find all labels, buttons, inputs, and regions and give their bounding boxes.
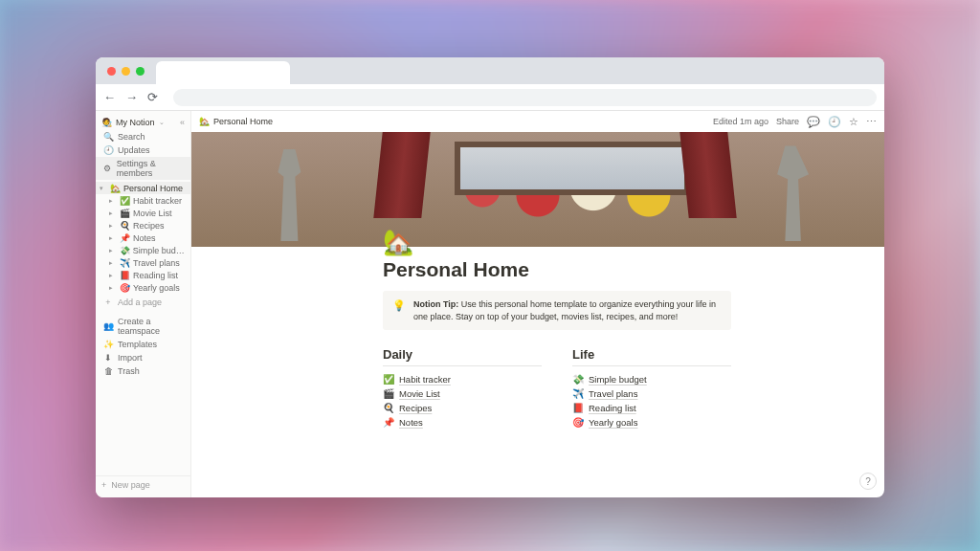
caret-right-icon[interactable]: ▸ [109,259,117,267]
sidebar-trash[interactable]: 🗑 Trash [96,364,190,378]
page-link-label: Movie List [399,388,440,399]
caret-down-icon[interactable]: ▾ [100,185,107,192]
main-area: 🏡 Personal Home Edited 1m ago Share 💬 🕘 … [191,111,884,497]
breadcrumb[interactable]: 🏡 Personal Home [199,117,273,126]
forward-button[interactable]: → [125,90,138,104]
sidebar-updates-label: Updates [118,145,150,155]
minimize-window-button[interactable] [122,67,130,76]
page-link-icon: ✅ [383,374,394,385]
tree-item[interactable]: ▸📌Notes [96,231,190,244]
page-icon: 📌 [120,233,130,243]
page-link-label: Recipes [399,403,432,413]
tree-item[interactable]: ▸🍳Recipes [96,219,190,231]
page-link[interactable]: 🍳Recipes [383,401,542,415]
browser-window: ← → ⟳ 🧑‍🎨 My Notion ⌄ « 🔍 Search 🕘 Updat… [96,57,884,497]
trash-icon: 🗑 [103,366,113,376]
tree-root-personal-home[interactable]: ▾ 🏡 Personal Home [96,182,190,194]
tree-item-label: Simple budget [133,246,187,255]
page-link-icon: 💸 [572,374,584,385]
sidebar-import[interactable]: ⬇ Import [96,351,190,364]
sidebar-settings-label: Settings & members [117,159,185,178]
tree-item-label: Habit tracker [133,196,182,206]
help-button[interactable]: ? [859,473,877,490]
page-content: 🏡 Personal Home 💡 Notion Tip: Use this p… [191,247,884,497]
callout-block[interactable]: 💡 Notion Tip: Use this personal home tem… [383,291,731,330]
tree-item-label: Recipes [133,221,165,231]
sidebar-trash-label: Trash [118,366,140,376]
browser-tab-strip [96,57,884,84]
browser-toolbar: ← → ⟳ [96,84,884,111]
address-bar[interactable] [173,89,877,106]
page-title[interactable]: Personal Home [383,258,731,281]
updates-icon[interactable]: 🕘 [828,116,841,128]
caret-right-icon[interactable]: ▸ [109,247,117,254]
share-button[interactable]: Share [776,117,799,126]
tree-item[interactable]: ▸📕Reading list [96,269,190,281]
page-icon: ✈️ [120,258,130,268]
page-link-label: Simple budget [589,374,647,385]
caret-right-icon[interactable]: ▸ [109,284,117,292]
workspace-name: My Notion [116,118,155,127]
page-link-label: Yearly goals [589,417,637,428]
caret-right-icon[interactable]: ▸ [109,272,117,279]
tree-item[interactable]: ▸🎬Movie List [96,207,190,219]
sidebar-create-teamspace[interactable]: 👥 Create a teamspace [96,315,190,338]
sidebar-add-page-label: Add a page [118,298,162,307]
back-button[interactable]: ← [103,90,116,104]
fullscreen-window-button[interactable] [136,67,145,76]
page-link[interactable]: ✈️Travel plans [572,386,731,401]
window-controls [107,67,145,76]
browser-tab[interactable] [156,61,290,84]
reload-button[interactable]: ⟳ [147,90,158,104]
workspace-switcher[interactable]: 🧑‍🎨 My Notion ⌄ « [96,115,190,130]
workspace-menu-icon: ⌄ [159,119,165,126]
caret-right-icon[interactable]: ▸ [109,197,117,205]
breadcrumb-label: Personal Home [213,117,273,126]
caret-right-icon[interactable]: ▸ [109,234,117,242]
page-icon: ✅ [120,196,130,206]
tree-item[interactable]: ▸✅Habit tracker [96,194,190,207]
caret-right-icon[interactable]: ▸ [109,209,117,217]
edited-timestamp: Edited 1m ago [713,117,768,126]
page-link-icon: 🎯 [572,417,584,428]
page-link[interactable]: 📌Notes [383,415,542,430]
sidebar-settings[interactable]: ⚙ Settings & members [96,157,190,180]
search-icon: 🔍 [103,132,113,142]
page-link-icon: 📕 [572,403,584,413]
sidebar-import-label: Import [118,353,143,363]
tree-item[interactable]: ▸🎯Yearly goals [96,281,190,294]
column-heading[interactable]: Life [572,347,731,366]
column: Daily✅Habit tracker🎬Movie List🍳Recipes📌N… [383,347,542,430]
tree-item[interactable]: ▸✈️Travel plans [96,256,190,269]
favorite-icon[interactable]: ☆ [849,116,858,128]
notion-app: 🧑‍🎨 My Notion ⌄ « 🔍 Search 🕘 Updates ⚙ S… [96,111,884,497]
sidebar-add-page[interactable]: + Add a page [96,296,190,309]
more-icon[interactable]: ⋯ [866,116,877,128]
tree-item[interactable]: ▸💸Simple budget [96,244,190,256]
page-link[interactable]: 📕Reading list [572,401,731,415]
comments-icon[interactable]: 💬 [807,116,820,128]
page-icon: 🏡 [110,184,121,193]
sidebar-updates[interactable]: 🕘 Updates [96,143,190,157]
workspace-icon: 🧑‍🎨 [101,118,112,127]
tree-item-label: Notes [133,233,156,243]
page-link[interactable]: 💸Simple budget [572,372,731,386]
sidebar-create-teamspace-label: Create a teamspace [118,317,185,336]
page-emoji[interactable]: 🏡 [383,230,731,254]
caret-right-icon[interactable]: ▸ [109,222,117,230]
sidebar-search[interactable]: 🔍 Search [96,130,190,143]
page-link[interactable]: ✅Habit tracker [383,372,542,386]
page-icon: 🍳 [120,221,130,231]
page-link-icon: 🎬 [383,388,394,399]
page-link-icon: 📌 [383,417,394,428]
collapse-sidebar-icon[interactable]: « [180,118,185,127]
column-heading[interactable]: Daily [383,347,542,366]
page-link-label: Habit tracker [399,374,451,385]
page-link-icon: 🍳 [383,403,394,413]
page-link[interactable]: 🎯Yearly goals [572,415,731,430]
sidebar-new-page[interactable]: + New page [96,475,190,494]
sidebar-templates[interactable]: ✨ Templates [96,338,190,351]
close-window-button[interactable] [107,67,116,76]
page-link[interactable]: 🎬Movie List [383,386,542,401]
sidebar: 🧑‍🎨 My Notion ⌄ « 🔍 Search 🕘 Updates ⚙ S… [96,111,191,497]
